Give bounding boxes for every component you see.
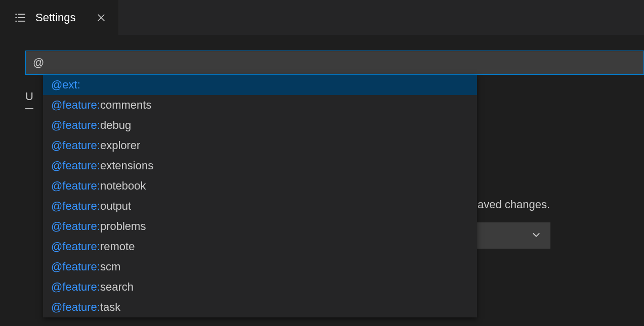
suggestion-prefix: @ [51, 119, 62, 132]
suggestion-text: feature:notebook [62, 179, 146, 193]
suggestion-item[interactable]: @feature:task [43, 297, 477, 317]
suggestion-prefix: @ [51, 240, 62, 253]
suggestion-item[interactable]: @feature:output [43, 196, 477, 216]
tab-bar: Settings [0, 0, 644, 35]
tab-settings[interactable]: Settings [0, 0, 118, 35]
close-icon[interactable] [95, 12, 107, 24]
suggestion-prefix: @ [51, 179, 62, 193]
tab-bar-empty [118, 0, 645, 35]
suggestion-prefix: @ [51, 139, 62, 152]
suggestion-prefix: @ [51, 159, 62, 172]
suggestion-prefix: @ [51, 200, 62, 213]
settings-dropdown[interactable] [472, 222, 550, 249]
suggestion-item[interactable]: @feature:explorer [43, 135, 477, 156]
suggestion-text: feature:debug [62, 119, 131, 132]
suggestion-item[interactable]: @feature:problems [43, 216, 477, 237]
suggestion-prefix: @ [51, 281, 62, 294]
suggestion-item[interactable]: @feature:search [43, 277, 477, 297]
tab-title: Settings [35, 11, 76, 24]
suggestion-item[interactable]: @ext: [43, 75, 477, 95]
suggestion-text: feature:scm [62, 260, 120, 273]
scope-user-tab[interactable]: U [25, 90, 33, 109]
suggestion-prefix: @ [51, 99, 62, 112]
suggestion-text: feature:extensions [62, 159, 153, 172]
search-suggestions-dropdown: @ext:@feature:comments@feature:debug@fea… [43, 75, 477, 317]
suggestion-item[interactable]: @feature:comments [43, 95, 477, 115]
suggestion-text: feature:remote [62, 240, 135, 253]
suggestion-text: feature:comments [62, 99, 151, 112]
suggestion-item[interactable]: @feature:debug [43, 115, 477, 135]
suggestion-text: feature:task [62, 301, 120, 314]
suggestion-text: feature:problems [62, 220, 146, 233]
suggestion-prefix: @ [51, 260, 62, 273]
suggestion-item[interactable]: @feature:notebook [43, 176, 477, 196]
suggestion-prefix: @ [51, 301, 62, 314]
settings-list-icon [14, 12, 26, 24]
suggestion-text: ext: [62, 78, 80, 91]
suggestion-item[interactable]: @feature:remote [43, 237, 477, 257]
chevron-down-icon [531, 229, 541, 242]
suggestion-text: feature:output [62, 200, 131, 213]
suggestion-item[interactable]: @feature:extensions [43, 156, 477, 176]
suggestion-prefix: @ [51, 78, 62, 91]
suggestion-prefix: @ [51, 220, 62, 233]
suggestion-text: feature:explorer [62, 139, 140, 152]
suggestion-text: feature:search [62, 281, 134, 294]
settings-search-input[interactable] [33, 56, 636, 69]
suggestion-item[interactable]: @feature:scm [43, 257, 477, 277]
settings-search-box[interactable] [25, 51, 644, 75]
background-text-fragment: aved changes. [478, 198, 550, 211]
